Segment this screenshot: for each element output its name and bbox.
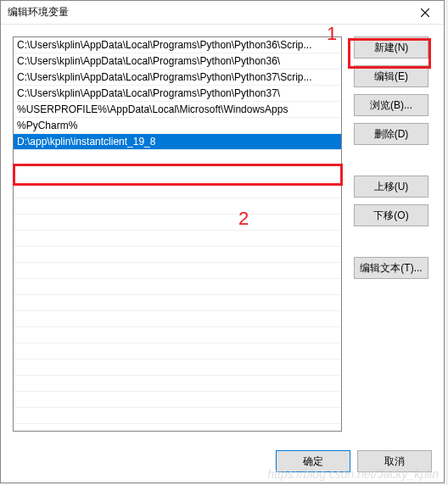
list-item-empty[interactable]: . [14, 360, 341, 376]
env-var-edit-dialog: 编辑环境变量 C:\Users\kplin\AppData\Local\Prog… [0, 0, 445, 483]
browse-button[interactable]: 浏览(B)... [354, 94, 428, 116]
list-item[interactable]: %USERPROFILE%\AppData\Local\Microsoft\Wi… [14, 102, 341, 118]
button-column: 新建(N) 编辑(E) 浏览(B)... 删除(D) 上移(U) 下移(O) 编… [342, 36, 432, 438]
delete-button[interactable]: 删除(D) [354, 123, 428, 145]
path-listbox[interactable]: C:\Users\kplin\AppData\Local\Programs\Py… [13, 36, 342, 432]
list-item-empty[interactable]: . [14, 231, 341, 247]
moveup-button[interactable]: 上移(U) [354, 176, 428, 198]
list-item-empty[interactable]: . [14, 198, 341, 215]
list-item[interactable]: C:\Users\kplin\AppData\Local\Programs\Py… [14, 53, 341, 70]
list-item-empty[interactable]: . [14, 343, 341, 360]
new-button[interactable]: 新建(N) [354, 36, 428, 59]
list-item-selected[interactable]: D:\app\kplin\instantclient_19_8 [14, 134, 341, 150]
dialog-title: 编辑环境变量 [8, 5, 69, 20]
list-item-empty[interactable]: . [14, 150, 341, 166]
list-item-empty[interactable]: . [14, 166, 341, 182]
watermark: https://blog.csdn.net/Jacky_kplin [267, 467, 439, 481]
list-item-empty[interactable]: . [14, 215, 341, 231]
list-item-empty[interactable]: . [14, 392, 341, 408]
dialog-content: C:\Users\kplin\AppData\Local\Programs\Py… [1, 25, 444, 438]
list-item[interactable]: C:\Users\kplin\AppData\Local\Programs\Py… [14, 86, 341, 102]
list-item-empty[interactable]: . [14, 182, 341, 198]
list-item-empty[interactable]: . [14, 327, 341, 343]
list-item[interactable]: C:\Users\kplin\AppData\Local\Programs\Py… [14, 37, 341, 53]
movedown-button[interactable]: 下移(O) [354, 204, 428, 226]
titlebar: 编辑环境变量 [1, 1, 444, 25]
button-group-edit: 新建(N) 编辑(E) 浏览(B)... 删除(D) [354, 36, 432, 145]
list-item-empty[interactable]: . [14, 263, 341, 279]
button-group-text: 编辑文本(T)... [354, 257, 432, 279]
list-item-empty[interactable]: . [14, 408, 341, 424]
list-item-empty[interactable]: . [14, 311, 341, 327]
list-item[interactable]: C:\Users\kplin\AppData\Local\Programs\Py… [14, 70, 341, 86]
close-icon [421, 8, 429, 17]
edit-button[interactable]: 编辑(E) [354, 65, 428, 87]
list-item-empty[interactable]: . [14, 295, 341, 311]
list-item[interactable]: %PyCharm% [14, 118, 341, 134]
edittext-button[interactable]: 编辑文本(T)... [354, 257, 428, 279]
list-item-empty[interactable]: . [14, 247, 341, 263]
button-group-move: 上移(U) 下移(O) [354, 176, 432, 226]
list-item-empty[interactable]: . [14, 279, 341, 295]
list-item-empty[interactable]: . [14, 376, 341, 392]
close-button[interactable] [406, 1, 444, 25]
